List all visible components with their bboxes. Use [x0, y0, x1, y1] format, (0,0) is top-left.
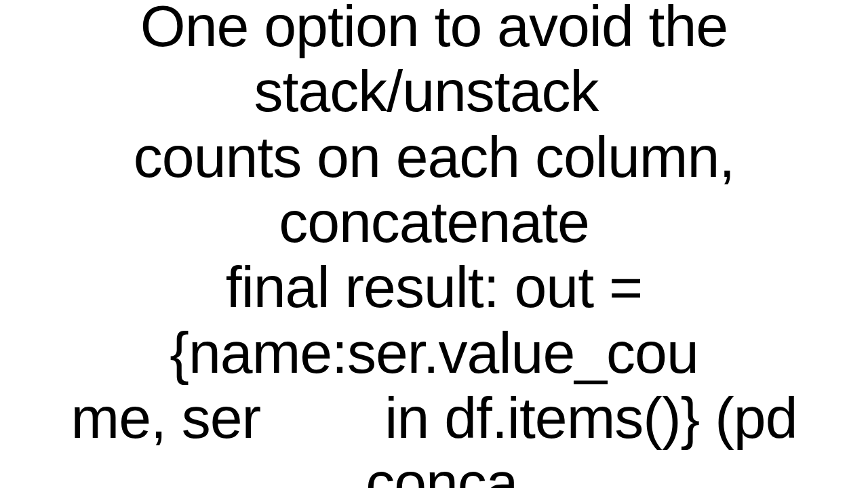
- line-1: One option to avoid the stack/unstack: [140, 0, 743, 123]
- line-3: final result: out = {name:ser.value_cou: [170, 254, 698, 384]
- line-4: me, ser in df.items()} (pd .conca: [71, 385, 813, 488]
- line-2: counts on each column, concatenate: [134, 124, 750, 254]
- document-text: One option to avoid the stack/unstack co…: [0, 0, 868, 488]
